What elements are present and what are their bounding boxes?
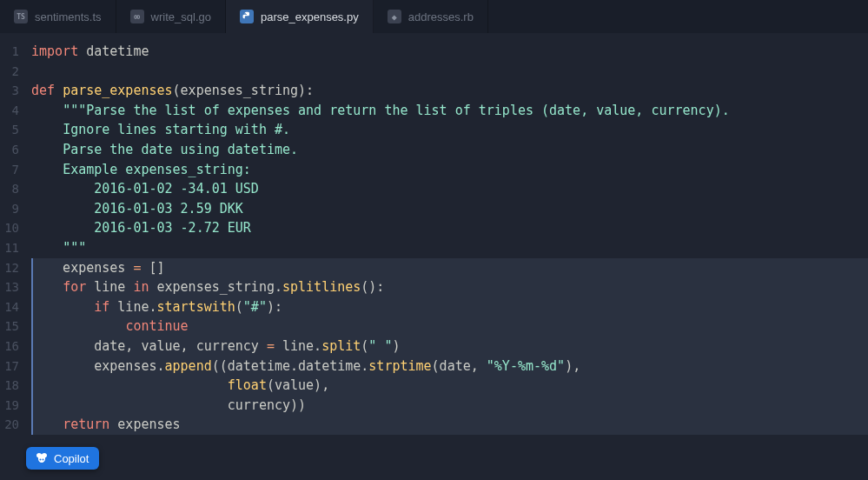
line-number: 4 bbox=[0, 101, 19, 121]
line-number: 7 bbox=[0, 160, 19, 180]
code-editor[interactable]: 1234567891011121314151617181920 import d… bbox=[0, 33, 868, 480]
line-number: 8 bbox=[0, 179, 19, 199]
line-number: 20 bbox=[0, 415, 19, 435]
code-line[interactable]: for line in expenses_string.splitlines()… bbox=[31, 277, 868, 297]
code-line[interactable]: float(value), bbox=[31, 376, 868, 396]
editor-tabs: sentiments.ts write_sql.go parse_expense… bbox=[0, 0, 868, 33]
tab-label: parse_expenses.py bbox=[261, 10, 359, 23]
code-line[interactable]: Parse the date using datetime. bbox=[31, 140, 868, 160]
line-number: 13 bbox=[0, 277, 19, 297]
line-number: 5 bbox=[0, 120, 19, 140]
line-number-gutter: 1234567891011121314151617181920 bbox=[0, 33, 24, 480]
tab-label: sentiments.ts bbox=[35, 10, 102, 23]
code-line[interactable]: """ bbox=[31, 238, 868, 258]
code-line[interactable]: Ignore lines starting with #. bbox=[31, 120, 868, 140]
code-line[interactable]: currency)) bbox=[31, 396, 868, 416]
code-line[interactable]: import datetime bbox=[31, 42, 868, 62]
svg-point-0 bbox=[245, 13, 246, 14]
line-number: 16 bbox=[0, 337, 19, 357]
tab-sentiments[interactable]: sentiments.ts bbox=[0, 0, 116, 33]
code-line[interactable]: if line.startswith("#"): bbox=[31, 297, 868, 317]
line-number: 15 bbox=[0, 317, 19, 337]
code-line[interactable]: 2016-01-03 -2.72 EUR bbox=[31, 218, 868, 238]
tab-label: addresses.rb bbox=[408, 10, 474, 23]
line-number: 14 bbox=[0, 297, 19, 317]
typescript-icon bbox=[14, 10, 28, 23]
code-line[interactable]: 2016-01-03 2.59 DKK bbox=[31, 199, 868, 219]
code-line[interactable]: """Parse the list of expenses and return… bbox=[31, 101, 868, 121]
tab-label: write_sql.go bbox=[151, 10, 211, 23]
copilot-button[interactable]: Copilot bbox=[26, 447, 99, 470]
line-number: 17 bbox=[0, 357, 19, 377]
line-number: 9 bbox=[0, 199, 19, 219]
tab-addresses[interactable]: addresses.rb bbox=[374, 0, 488, 33]
copilot-icon bbox=[35, 451, 49, 465]
line-number: 2 bbox=[0, 62, 19, 82]
code-line[interactable]: date, value, currency = line.split(" ") bbox=[31, 337, 868, 357]
go-icon bbox=[130, 10, 144, 23]
line-number: 18 bbox=[0, 376, 19, 396]
code-area[interactable]: import datetimedef parse_expenses(expens… bbox=[24, 33, 868, 480]
code-line[interactable]: expenses = [] bbox=[31, 258, 868, 278]
line-number: 1 bbox=[0, 42, 19, 62]
code-line[interactable] bbox=[31, 62, 868, 82]
ruby-icon bbox=[388, 10, 401, 23]
tab-parse-expenses[interactable]: parse_expenses.py bbox=[226, 0, 374, 33]
tab-write-sql[interactable]: write_sql.go bbox=[116, 0, 226, 33]
line-number: 6 bbox=[0, 140, 19, 160]
code-line[interactable]: expenses.append((datetime.datetime.strpt… bbox=[31, 357, 868, 377]
copilot-label: Copilot bbox=[54, 452, 89, 465]
line-number: 12 bbox=[0, 258, 19, 278]
python-icon bbox=[240, 10, 254, 23]
code-line[interactable]: return expenses bbox=[31, 415, 868, 435]
code-line[interactable]: 2016-01-02 -34.01 USD bbox=[31, 179, 868, 199]
code-line[interactable]: Example expenses_string: bbox=[31, 160, 868, 180]
line-number: 19 bbox=[0, 396, 19, 416]
line-number: 11 bbox=[0, 238, 19, 258]
line-number: 10 bbox=[0, 218, 19, 238]
code-line[interactable]: def parse_expenses(expenses_string): bbox=[31, 81, 868, 101]
line-number: 3 bbox=[0, 81, 19, 101]
code-line[interactable]: continue bbox=[31, 317, 868, 337]
